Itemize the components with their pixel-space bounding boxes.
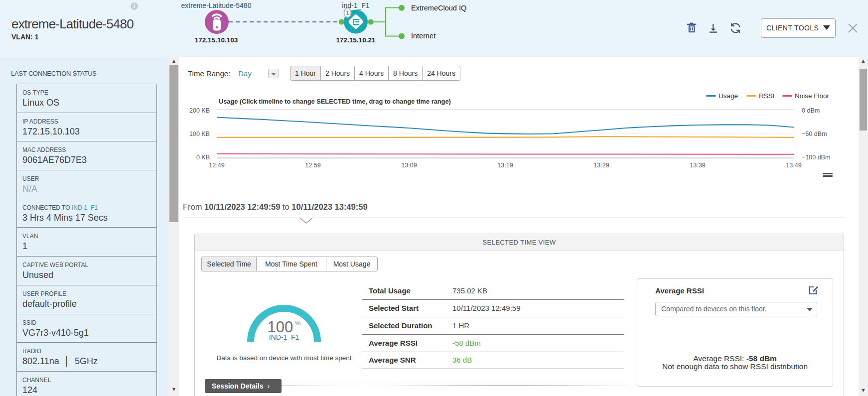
svg-text:ExtremeCloud IQ: ExtremeCloud IQ	[411, 4, 466, 12]
svg-text:ind-1_F1: ind-1_F1	[342, 1, 369, 9]
svg-text:172.15.10.103: 172.15.10.103	[195, 36, 238, 44]
svg-text:extreme-Latitude-5480: extreme-Latitude-5480	[181, 1, 252, 9]
svg-text:Internet: Internet	[411, 32, 435, 40]
svg-text:1: 1	[346, 9, 349, 16]
svg-text:172.15.10.21: 172.15.10.21	[336, 36, 376, 44]
